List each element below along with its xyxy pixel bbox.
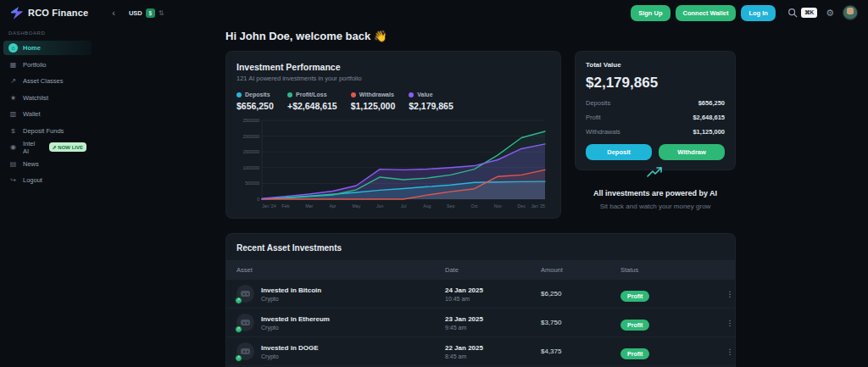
svg-text:Aug: Aug bbox=[423, 203, 431, 209]
investment-date: 24 Jan 2025 bbox=[445, 286, 541, 294]
deposit-icon: $ bbox=[8, 127, 18, 135]
total-value-card: Total Value $2,179,865 Deposits $656,250… bbox=[575, 51, 736, 170]
trend-badge-icon: ↗ bbox=[235, 354, 242, 362]
robot-icon bbox=[241, 320, 250, 325]
withdraw-button[interactable]: Withdraw bbox=[659, 144, 725, 160]
user-avatar[interactable] bbox=[843, 5, 858, 20]
sidebar-item-label: Logout bbox=[23, 176, 42, 184]
trend-badge-icon: ↗ bbox=[235, 325, 242, 333]
legend-item-deposits: Deposits $656,250 bbox=[236, 92, 274, 111]
table-row[interactable]: ↗ Invested in Bitcoin Crypto 24 Jan 2025… bbox=[226, 280, 735, 309]
svg-text:Jan '24: Jan '24 bbox=[262, 203, 276, 209]
row-menu-kebab-icon[interactable]: ⋮ bbox=[726, 348, 734, 356]
table-header-row: Asset Date Amount Status bbox=[226, 260, 735, 280]
total-value-amount: $2,179,865 bbox=[586, 75, 725, 92]
sidebar-item-label: Intel AI bbox=[23, 140, 42, 155]
summary-row-withdrawals: Withdrawals $1,125,000 bbox=[586, 128, 725, 136]
now-live-badge: ⇗ NOW LIVE bbox=[49, 142, 86, 152]
table-row[interactable]: ↗ Invested in Ethereum Crypto 23 Jan 202… bbox=[226, 309, 735, 337]
settings-gear-icon[interactable]: ⚙ bbox=[826, 8, 834, 19]
row-menu-kebab-icon[interactable]: ⋮ bbox=[726, 319, 734, 327]
keyboard-shortcut-badge: ⌘K bbox=[801, 8, 817, 18]
rco-logo-icon bbox=[10, 6, 24, 19]
value-dot-icon bbox=[409, 92, 414, 97]
svg-text:1000000: 1000000 bbox=[243, 165, 260, 170]
row-label: Deposits bbox=[586, 99, 610, 107]
news-icon: ▤ bbox=[8, 160, 18, 168]
column-header-date: Date bbox=[445, 266, 541, 274]
portfolio-icon: ▦ bbox=[8, 61, 18, 69]
investment-amount: $3,750 bbox=[541, 319, 620, 326]
column-header-status: Status bbox=[620, 266, 725, 274]
asset-avatar: ↗ bbox=[236, 285, 254, 303]
column-header-actions bbox=[725, 266, 735, 274]
row-menu-kebab-icon[interactable]: ⋮ bbox=[726, 290, 734, 298]
row-label: Profit bbox=[586, 114, 601, 121]
chevron-updown-icon: ⇅ bbox=[159, 9, 164, 17]
search-icon[interactable] bbox=[787, 8, 798, 18]
row-value: $2,648,615 bbox=[693, 114, 725, 121]
deposits-dot-icon bbox=[236, 92, 242, 97]
svg-text:Jan '25: Jan '25 bbox=[531, 203, 545, 209]
svg-text:1500000: 1500000 bbox=[243, 149, 260, 154]
svg-text:500000: 500000 bbox=[245, 181, 259, 186]
currency-selector[interactable]: USD $ ⇅ bbox=[129, 8, 164, 18]
asset-avatar: ↗ bbox=[236, 314, 254, 331]
promo-subtitle: Sit back and watch your money grow bbox=[575, 203, 736, 210]
sidebar-item-label: Asset Classes bbox=[23, 77, 64, 85]
investment-date: 22 Jan 2025 bbox=[445, 344, 541, 352]
legend-item-profit-loss: Profit/Loss +$2,648,615 bbox=[287, 92, 337, 111]
sidebar-item-logout[interactable]: ↪ Logout bbox=[3, 173, 92, 187]
profit-dot-icon bbox=[287, 92, 292, 97]
svg-text:Oct: Oct bbox=[470, 203, 478, 209]
status-badge: Profit bbox=[620, 320, 649, 331]
asset-name: Invested in Ethereum bbox=[261, 315, 330, 323]
investment-performance-card: Investment Performance 121 AI powered in… bbox=[225, 51, 561, 219]
ai-promo: All investments are powered by AI Sit ba… bbox=[575, 165, 736, 210]
sidebar-item-wallet[interactable]: ▥ Wallet bbox=[3, 107, 92, 121]
row-value: $1,125,000 bbox=[693, 128, 725, 136]
brand[interactable]: RCO Finance bbox=[10, 6, 88, 19]
withdrawals-dot-icon bbox=[351, 92, 356, 97]
sidebar-item-intel-ai[interactable]: ◉ Intel AI ⇗ NOW LIVE bbox=[3, 140, 92, 154]
sidebar-item-asset-classes[interactable]: ↗ Asset Classes bbox=[3, 74, 92, 88]
logout-icon: ↪ bbox=[8, 176, 18, 184]
investment-time: 8:45 am bbox=[445, 353, 541, 359]
sidebar-item-portfolio[interactable]: ▦ Portfolio bbox=[3, 58, 92, 72]
sidebar-item-news[interactable]: ▤ News bbox=[3, 157, 92, 171]
asset-category: Crypto bbox=[261, 296, 321, 302]
trending-up-icon bbox=[646, 165, 665, 179]
sidebar-item-deposit-funds[interactable]: $ Deposit Funds bbox=[3, 124, 92, 138]
status-badge: Profit bbox=[620, 348, 649, 359]
legend-label: Withdrawals bbox=[359, 92, 394, 97]
svg-text:Sep: Sep bbox=[447, 203, 454, 209]
sidebar-section-label: DASHBOARD bbox=[8, 31, 92, 36]
deposit-button[interactable]: Deposit bbox=[586, 144, 652, 160]
page-title: Hi John Doe, welcome back 👋 bbox=[225, 30, 736, 42]
brand-name: RCO Finance bbox=[28, 8, 88, 18]
sidebar-collapse-icon[interactable]: ‹ bbox=[112, 8, 115, 18]
asset-name: Invested in Bitcoin bbox=[261, 286, 321, 294]
svg-text:Dec: Dec bbox=[518, 203, 526, 209]
connect-wallet-button[interactable]: Connect Wallet bbox=[676, 5, 737, 21]
card-title: Investment Performance bbox=[236, 62, 550, 72]
row-label: Withdrawals bbox=[586, 128, 620, 136]
summary-row-deposits: Deposits $656,250 bbox=[586, 99, 725, 107]
card-title: Total Value bbox=[586, 61, 725, 69]
sidebar-item-home[interactable]: ⌂ Home bbox=[3, 41, 92, 55]
asset-name: Invested in DOGE bbox=[261, 344, 319, 352]
sign-up-button[interactable]: Sign Up bbox=[631, 5, 670, 21]
status-badge: Profit bbox=[620, 291, 649, 302]
svg-text:Feb: Feb bbox=[281, 203, 289, 209]
svg-text:2500000: 2500000 bbox=[243, 118, 260, 123]
star-icon: ★ bbox=[8, 94, 18, 102]
table-title: Recent Asset Investments bbox=[226, 234, 735, 260]
table-row[interactable]: ↗ Invested in DOGE Crypto 22 Jan 2025 8:… bbox=[226, 337, 735, 366]
legend-label: Profit/Loss bbox=[296, 92, 327, 97]
legend-item-value: Value $2,179,865 bbox=[409, 92, 453, 111]
sidebar-item-watchlist[interactable]: ★ Watchlist bbox=[3, 91, 92, 105]
sidebar: DASHBOARD ⌂ Home ▦ Portfolio ↗ Asset Cla… bbox=[3, 29, 92, 190]
svg-text:Apr: Apr bbox=[329, 203, 336, 209]
log-in-button[interactable]: Log In bbox=[741, 5, 776, 21]
promo-title: All investments are powered by AI bbox=[575, 189, 736, 197]
